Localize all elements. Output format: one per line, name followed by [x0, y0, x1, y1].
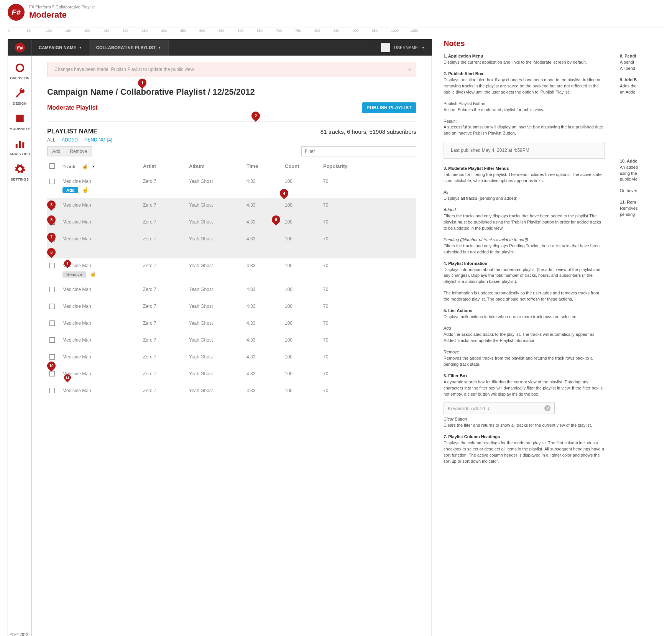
row-checkbox[interactable]: [49, 354, 55, 360]
cell-popularity: 70: [323, 371, 361, 376]
clear-filter-button[interactable]: ✕: [544, 405, 550, 411]
cell-artist: Zero 7: [143, 371, 189, 376]
row-remove-button[interactable]: Remove: [62, 271, 86, 278]
publish-playlist-button[interactable]: PUBLISH PLAYLIST: [362, 102, 416, 113]
table-row[interactable]: Medicine ManZero 7Yeah Ghost4:3310070: [47, 198, 416, 215]
nav-settings[interactable]: SETTINGS: [10, 162, 30, 181]
cell-popularity: 70: [323, 388, 361, 393]
cell-album: Yeah Ghost: [189, 304, 246, 309]
page-title: Moderate: [29, 10, 95, 20]
row-checkbox[interactable]: [49, 179, 55, 184]
row-checkbox[interactable]: [49, 337, 55, 343]
tab-all: ALL: [47, 137, 55, 143]
cell-artist: Zero 7: [143, 219, 189, 225]
menu-campaign[interactable]: CAMPAIGN NAME ▼: [32, 39, 89, 56]
avatar: [381, 43, 390, 52]
row-checkbox[interactable]: [49, 263, 55, 268]
ruler-tick: 150: [65, 29, 71, 33]
menu-user[interactable]: USERNAME ▼: [374, 39, 432, 56]
alert-close-button[interactable]: x: [409, 67, 411, 71]
svg-rect-3: [22, 142, 24, 148]
table-row[interactable]: Medicine ManZero 7Yeah Ghost4:3310070: [47, 366, 416, 383]
col-count[interactable]: Count: [285, 163, 323, 169]
cell-popularity: 70: [323, 354, 361, 360]
table-row[interactable]: Medicine ManZero 7Yeah Ghost4:3310070: [47, 215, 416, 232]
page-breadcrumb-title: Campaign Name / Collaborative Playlist /…: [47, 87, 416, 97]
alert-text: Changes have been made. Publish Playlist…: [54, 67, 195, 72]
row-checkbox[interactable]: [49, 320, 55, 326]
row-checkbox[interactable]: [49, 304, 55, 309]
cell-track: Medicine Man: [62, 320, 143, 326]
caret-down-icon: ▼: [79, 46, 82, 49]
separator: [47, 122, 416, 122]
row-checkbox[interactable]: [49, 287, 55, 292]
note-block: 2. Publish Alert BoxDisplays an inline a…: [444, 71, 605, 95]
note-block: RemoveRemoves the added tracks from the …: [444, 349, 605, 368]
cell-album: Yeah Ghost: [189, 263, 246, 268]
cell-popularity: 70: [323, 263, 361, 268]
table-row[interactable]: Medicine ManAdd☝Zero 7Yeah Ghost4:331007…: [47, 174, 416, 198]
content-area: Changes have been made. Publish Playlist…: [32, 56, 432, 636]
cell-album: Yeah Ghost: [189, 371, 246, 376]
cell-artist: Zero 7: [143, 354, 189, 360]
table-row[interactable]: Medicine ManZero 7Yeah Ghost4:3310070: [47, 299, 416, 316]
nav-analytics[interactable]: ANALYTICS: [10, 137, 30, 156]
table-row[interactable]: Medicine ManZero 7Yeah Ghost4:3310070: [47, 350, 416, 366]
cell-track: Medicine Man: [62, 388, 143, 393]
tab-pending[interactable]: PENDING (4): [84, 137, 112, 143]
ruler-tick: 450: [180, 29, 186, 33]
overview-icon: [13, 61, 27, 75]
col-artist[interactable]: Artist: [143, 163, 189, 169]
tab-added[interactable]: ADDED: [62, 137, 78, 143]
note-block: 1. Application MenuDisplays the current …: [444, 53, 605, 66]
cell-album: Yeah Ghost: [189, 388, 246, 393]
row-checkbox[interactable]: [49, 371, 55, 376]
filter-input[interactable]: [301, 146, 416, 156]
cell-count: 100: [285, 304, 323, 309]
menu-collaborative-playlist[interactable]: COLLABORATIVE PLAYLIST ▼: [89, 39, 169, 56]
note-block: AllDisplays all tracks (pending and adde…: [444, 189, 605, 202]
table-row[interactable]: Medicine ManRemove☝Zero 7Yeah Ghost4:331…: [47, 258, 416, 282]
note-block: 3. Moderate Playlist Filter MenusTab men…: [444, 166, 605, 184]
cell-count: 100: [285, 337, 323, 343]
bulk-add-button[interactable]: Add: [47, 146, 65, 156]
app-brand[interactable]: F#: [8, 39, 32, 56]
cell-popularity: 70: [323, 202, 361, 208]
table-row[interactable]: Medicine ManZero 7Yeah Ghost4:3310070: [47, 333, 416, 350]
square-icon: [13, 112, 27, 125]
bulk-remove-button[interactable]: Remove: [65, 146, 92, 156]
nav-label: MODERATE: [10, 127, 30, 131]
nav-design[interactable]: DESIGN: [10, 86, 30, 105]
cell-count: 100: [285, 388, 323, 393]
text-cursor-icon: I: [488, 406, 489, 411]
row-checkbox[interactable]: [49, 388, 55, 393]
cell-time: 4:33: [246, 179, 285, 184]
cell-time: 4:33: [246, 304, 285, 309]
note-block: 10. AddeAn addedusing thepublic vie: [620, 158, 638, 183]
cell-album: Yeah Ghost: [189, 202, 246, 208]
ruler-tick: 500: [199, 29, 205, 33]
cell-artist: Zero 7: [143, 337, 189, 343]
ruler-tick: 250: [104, 29, 109, 33]
nav-overview[interactable]: OVERVIEW: [10, 61, 30, 80]
col-time[interactable]: Time: [246, 163, 285, 169]
col-album[interactable]: Album: [189, 163, 246, 169]
svg-rect-1: [15, 144, 17, 148]
table-row[interactable]: Medicine ManZero 7Yeah Ghost4:3310070: [47, 316, 416, 333]
table-row[interactable]: Medicine ManZero 7Yeah Ghost4:3310070: [47, 232, 416, 258]
cell-popularity: 70: [323, 219, 361, 225]
note-block: AddedFilters the tracks and only display…: [444, 207, 605, 232]
keyword-filter-example: Keywords AddedI✕: [444, 403, 555, 414]
nav-moderate[interactable]: MODERATE: [10, 112, 30, 131]
cell-count: 100: [285, 354, 323, 360]
ruler-tick: 800: [314, 29, 320, 33]
col-popularity[interactable]: Popularity: [323, 163, 361, 169]
wrench-icon: [13, 86, 27, 100]
col-track[interactable]: Track☝▾: [62, 163, 143, 169]
last-published-card: Last published May 4, 2012 at 4:59PM: [444, 142, 605, 159]
table-row[interactable]: Medicine ManZero 7Yeah Ghost4:3310070: [47, 282, 416, 299]
cell-count: 100: [285, 179, 323, 184]
row-add-button[interactable]: Add: [62, 187, 78, 193]
table-row[interactable]: Medicine ManZero 7Yeah Ghost4:3310070: [47, 383, 416, 400]
select-all-checkbox[interactable]: [49, 163, 55, 169]
